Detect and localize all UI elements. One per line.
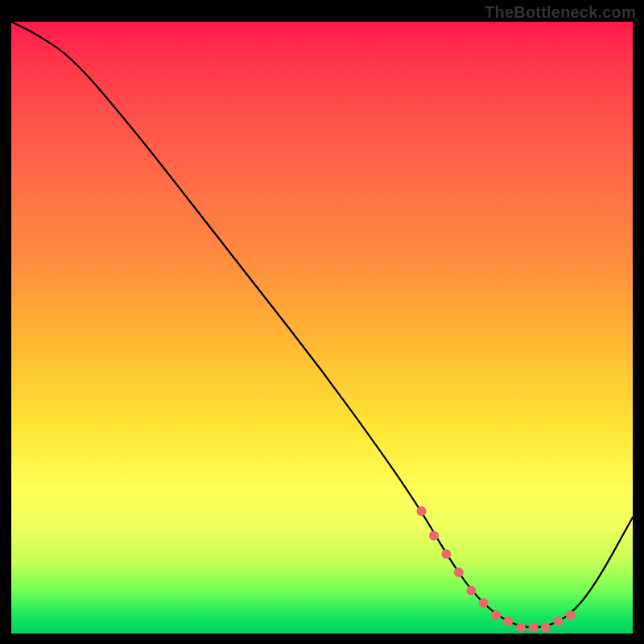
marker-dot <box>466 586 476 596</box>
marker-dot <box>454 568 464 577</box>
plot-area <box>11 22 633 634</box>
curve-line <box>11 22 633 627</box>
chart-svg <box>11 22 633 634</box>
marker-dot <box>479 598 489 608</box>
marker-dot <box>553 617 563 626</box>
marker-dot <box>541 622 551 632</box>
watermark-text: TheBottleneck.com <box>485 3 636 22</box>
marker-dot <box>516 622 526 632</box>
marker-dot <box>417 506 427 516</box>
marker-dot <box>491 610 501 620</box>
chart-frame: TheBottleneck.com <box>0 0 644 644</box>
marker-dot <box>504 617 514 626</box>
marker-dot <box>441 549 451 559</box>
marker-dot <box>566 610 576 620</box>
marker-dots <box>417 506 576 632</box>
marker-dot <box>429 530 439 540</box>
marker-dot <box>529 622 539 632</box>
plot-inner <box>11 22 633 634</box>
